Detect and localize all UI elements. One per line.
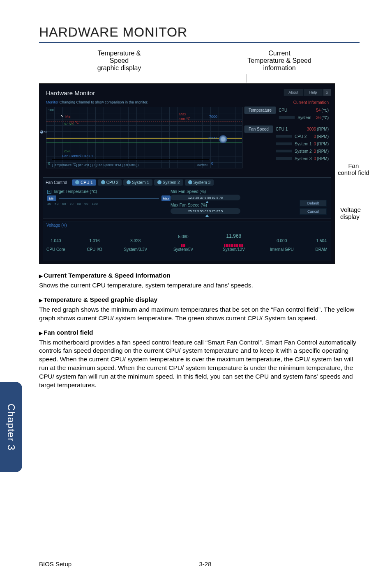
hwmon-window-title: Hardware Monitor xyxy=(46,90,95,96)
voltage-header: Voltage (V) xyxy=(46,223,327,227)
voltage-sys-5v: 5.080 System/5V xyxy=(169,234,198,252)
temperature-pill[interactable]: Temperature xyxy=(244,106,276,114)
current-info-header: Current Information xyxy=(244,100,329,105)
info-row-sys1-fan: System 1 0 (RPM) xyxy=(276,140,329,147)
rpm-7000: 7000 xyxy=(209,115,217,119)
side-callout-fan: Fan control field xyxy=(338,162,369,176)
page-title: HARDWARE MONITOR xyxy=(39,25,360,43)
paragraph-fancontrol: This motherboard provides a fan speed co… xyxy=(39,338,360,390)
graph-max-temp: 100 ℃ xyxy=(179,117,190,121)
fan-icon xyxy=(101,180,105,184)
body-text: ▶Current Temperature & Speed information… xyxy=(39,271,360,390)
voltage-sys-3v: 3.328 System/3.3V xyxy=(124,239,148,252)
info-row-sys3-fan: System 3 0 (RPM) xyxy=(276,155,329,162)
subheader-fancontrol: ▶Fan control field xyxy=(39,328,360,337)
cancel-button[interactable]: Cancel xyxy=(300,208,327,215)
tab-cpu2[interactable]: CPU 2 xyxy=(98,179,122,186)
graph-fan-line xyxy=(46,142,242,143)
rpm-3500: 3500 xyxy=(208,136,217,140)
tab-cpu1[interactable]: CPU 1 xyxy=(72,179,96,186)
subheader-current: ▶Current Temperature & Speed information xyxy=(39,271,360,280)
fan-icon xyxy=(157,180,161,184)
bar-icon xyxy=(279,116,295,119)
bar-icon xyxy=(276,135,292,138)
help-button[interactable]: Help xyxy=(303,89,323,96)
info-row-cpu-temp: CPU 54 (℃) xyxy=(279,106,329,114)
bar-icon xyxy=(276,157,292,160)
graph-max-line xyxy=(46,114,242,114)
fan-control-label: Fan Control xyxy=(46,180,67,185)
close-button[interactable]: x xyxy=(323,89,331,96)
info-row-cpu1-fan: CPU 1 3006 (RPM) xyxy=(276,125,329,133)
graph-pct25: 25% xyxy=(64,149,71,153)
page-footer: BIOS Setup 3-28 xyxy=(39,557,359,567)
gauge-icon: ◕50 xyxy=(40,129,47,137)
bar-icon xyxy=(276,142,292,145)
graph-footer: [Temperature:℃] per unit ( ) / [Fan Spee… xyxy=(52,159,209,167)
tab-system3[interactable]: System 3 xyxy=(185,179,214,186)
info-row-cpu2-fan: CPU 2 0 (RPM) xyxy=(276,133,329,140)
graph-pct87: 87.5% xyxy=(64,122,74,126)
footer-section: BIOS Setup xyxy=(39,560,199,567)
graph-min-label: Min xyxy=(65,115,71,119)
min-fan-scale[interactable]: 12.5 25 37.5 50 62.5 75 xyxy=(171,195,240,200)
fan-control-panel: Fan Control CPU 1 CPU 2 System 1 System … xyxy=(43,177,331,218)
temp-slider[interactable]: Min Max xyxy=(47,195,171,201)
rpm-0: 0 xyxy=(211,161,213,165)
voltage-internal-gpu: 0.000 Internal GPU xyxy=(270,239,294,252)
checkbox-icon: ✓ xyxy=(47,190,51,194)
subheader-tempspeed: ▶Temperature & Speed graphic display xyxy=(39,296,360,304)
fan-control-tabs: Fan Control CPU 1 CPU 2 System 1 System … xyxy=(43,178,331,187)
voltage-cpu-core: 1.040 CPU Core xyxy=(46,239,65,252)
voltage-cpu-io: 1.016 CPU I/O xyxy=(87,239,102,252)
fan-speed-pill[interactable]: Fan Speed xyxy=(244,125,273,133)
tab-system1[interactable]: System 1 xyxy=(123,179,152,186)
info-row-sys2-fan: System 2 0 (RPM) xyxy=(276,147,329,155)
callout-current-info: Current Temperature & Speed information xyxy=(215,50,344,72)
graph-max-label: Max xyxy=(179,112,186,116)
callout-connectors xyxy=(39,74,360,83)
min-fan-label: Min Fan Speed (%) xyxy=(171,189,327,194)
paragraph-current: Shows the current CPU temperature, syste… xyxy=(39,281,360,290)
temp-ticks: 40 · 50 · 60 · 70 · 80 · 90 · 100 xyxy=(47,202,171,206)
y-axis-0: 0 xyxy=(48,161,50,165)
target-temp-checkbox[interactable]: ✓ Target Temperature (℃) xyxy=(47,189,171,194)
fan-icon xyxy=(75,180,79,184)
monitor-graph: 100 ◕50 0 ↖ Min 40 ℃ Max 100 ℃ 87.5% 25%… xyxy=(46,107,242,168)
tab-system2[interactable]: System 2 xyxy=(154,179,183,186)
voltage-sys-12v: 11.968 System/12V xyxy=(219,233,248,252)
graph-fan-cpu-label: Fan Control CPU 1 xyxy=(62,154,93,158)
voltage-dram: 1.504 DRAM xyxy=(315,239,327,252)
side-callout-voltage: Voltage display xyxy=(340,206,361,220)
max-fan-scale[interactable]: 25 37.5 50 62.5 75 87.5 xyxy=(171,208,240,214)
fan-icon xyxy=(188,180,192,184)
current-info-panel: Current Information Temperature CPU 54 (… xyxy=(244,100,329,162)
fan-icon xyxy=(127,180,131,184)
y-axis-100: 100 xyxy=(48,108,54,112)
callout-row: Temperature & Speed graphic display Curr… xyxy=(39,50,360,72)
hardware-monitor-screenshot: Hardware Monitor About Help x Monitor Ch… xyxy=(39,83,335,264)
fan-icon[interactable] xyxy=(219,135,227,143)
min-button[interactable]: Min xyxy=(47,195,56,201)
max-button[interactable]: Max xyxy=(161,195,171,201)
about-button[interactable]: About xyxy=(284,89,303,96)
hwmon-topbar: About Help x xyxy=(284,89,331,96)
chapter-tab: Chapter 3 xyxy=(0,382,22,472)
info-row-system-temp: System 36 (℃) xyxy=(279,114,329,121)
cursor-icon: ↖ xyxy=(60,114,65,120)
bar-icon xyxy=(276,149,292,153)
callout-temp-speed: Temperature & Speed graphic display xyxy=(55,50,183,72)
footer-page-number: 3-28 xyxy=(199,560,360,567)
default-button[interactable]: Default xyxy=(300,200,327,207)
monitor-note: Monitor Changing Channel to show compari… xyxy=(46,100,148,104)
voltage-panel: Voltage (V) 1.040 CPU Core 1.016 CPU I/O… xyxy=(43,221,331,260)
graph-current-label: current xyxy=(197,163,208,167)
chapter-tab-label: Chapter 3 xyxy=(5,404,17,450)
paragraph-tempspeed: The red graph shows the minimum and maxi… xyxy=(39,305,360,323)
